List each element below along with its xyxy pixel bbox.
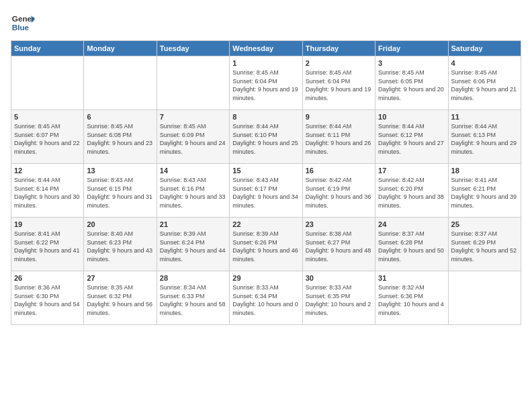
day-number: 5: [14, 113, 81, 121]
day-info: Sunrise: 8:38 AMSunset: 6:27 PMDaylight:…: [306, 230, 372, 263]
dow-header-thursday: Thursday: [302, 41, 375, 56]
calendar-cell: 11Sunrise: 8:44 AMSunset: 6:13 PMDayligh…: [448, 110, 521, 164]
day-number: 1: [232, 59, 299, 67]
day-info: Sunrise: 8:44 AMSunset: 6:14 PMDaylight:…: [14, 176, 81, 210]
day-info: Sunrise: 8:45 AMSunset: 6:04 PMDaylight:…: [306, 68, 372, 102]
dow-header-monday: Monday: [84, 41, 157, 56]
day-number: 8: [232, 113, 299, 121]
calendar-cell: 10Sunrise: 8:44 AMSunset: 6:12 PMDayligh…: [375, 110, 448, 164]
day-number: 30: [306, 274, 372, 282]
calendar-cell: 23Sunrise: 8:38 AMSunset: 6:27 PMDayligh…: [302, 218, 375, 271]
day-number: 13: [87, 167, 153, 175]
day-number: 18: [451, 167, 518, 175]
day-info: Sunrise: 8:44 AMSunset: 6:12 PMDaylight:…: [378, 122, 445, 156]
calendar-cell: 18Sunrise: 8:41 AMSunset: 6:21 PMDayligh…: [448, 164, 521, 218]
dow-header-friday: Friday: [375, 41, 448, 56]
day-number: 6: [87, 113, 153, 121]
day-number: 14: [160, 167, 226, 175]
calendar-cell: 17Sunrise: 8:42 AMSunset: 6:20 PMDayligh…: [375, 164, 448, 218]
day-info: Sunrise: 8:43 AMSunset: 6:17 PMDaylight:…: [232, 176, 299, 210]
calendar-cell: 14Sunrise: 8:43 AMSunset: 6:16 PMDayligh…: [157, 164, 229, 218]
calendar-cell: 4Sunrise: 8:45 AMSunset: 6:06 PMDaylight…: [448, 56, 521, 110]
day-info: Sunrise: 8:45 AMSunset: 6:05 PMDaylight:…: [378, 68, 445, 102]
day-number: 25: [451, 220, 518, 228]
calendar-cell: 3Sunrise: 8:45 AMSunset: 6:05 PMDaylight…: [375, 56, 448, 110]
day-number: 7: [160, 113, 226, 121]
day-number: 31: [378, 274, 445, 282]
calendar-cell: 21Sunrise: 8:39 AMSunset: 6:24 PMDayligh…: [157, 218, 229, 271]
calendar-cell: 9Sunrise: 8:44 AMSunset: 6:11 PMDaylight…: [302, 110, 375, 164]
dow-header-saturday: Saturday: [448, 41, 521, 56]
calendar-cell: 12Sunrise: 8:44 AMSunset: 6:14 PMDayligh…: [11, 164, 84, 218]
logo-icon: General Blue: [11, 11, 35, 35]
calendar-cell: 2Sunrise: 8:45 AMSunset: 6:04 PMDaylight…: [302, 56, 375, 110]
calendar-table: SundayMondayTuesdayWednesdayThursdayFrid…: [11, 40, 521, 325]
logo: General Blue: [11, 11, 35, 35]
day-info: Sunrise: 8:43 AMSunset: 6:16 PMDaylight:…: [160, 176, 226, 210]
day-number: 10: [378, 113, 445, 121]
day-info: Sunrise: 8:45 AMSunset: 6:06 PMDaylight:…: [451, 68, 518, 102]
day-number: 20: [87, 220, 153, 228]
dow-header-tuesday: Tuesday: [157, 41, 229, 56]
day-info: Sunrise: 8:44 AMSunset: 6:10 PMDaylight:…: [232, 122, 299, 156]
day-info: Sunrise: 8:41 AMSunset: 6:22 PMDaylight:…: [14, 230, 81, 263]
calendar-cell: [84, 56, 157, 110]
dow-header-wednesday: Wednesday: [230, 41, 302, 56]
day-info: Sunrise: 8:33 AMSunset: 6:35 PMDaylight:…: [306, 283, 372, 317]
day-number: 23: [306, 220, 372, 228]
calendar-cell: 31Sunrise: 8:32 AMSunset: 6:36 PMDayligh…: [375, 271, 448, 325]
day-number: 9: [306, 113, 372, 121]
day-number: 16: [306, 167, 372, 175]
day-number: 12: [14, 167, 81, 175]
calendar-cell: 26Sunrise: 8:36 AMSunset: 6:30 PMDayligh…: [11, 271, 84, 325]
day-info: Sunrise: 8:36 AMSunset: 6:30 PMDaylight:…: [14, 283, 81, 317]
day-number: 17: [378, 167, 445, 175]
day-info: Sunrise: 8:34 AMSunset: 6:33 PMDaylight:…: [160, 283, 226, 317]
calendar-cell: 25Sunrise: 8:37 AMSunset: 6:29 PMDayligh…: [448, 218, 521, 271]
day-info: Sunrise: 8:33 AMSunset: 6:34 PMDaylight:…: [232, 283, 299, 317]
day-number: 3: [378, 59, 445, 67]
day-info: Sunrise: 8:45 AMSunset: 6:04 PMDaylight:…: [232, 68, 299, 102]
day-number: 2: [306, 59, 372, 67]
calendar-cell: 1Sunrise: 8:45 AMSunset: 6:04 PMDaylight…: [230, 56, 302, 110]
day-number: 26: [14, 274, 81, 282]
day-info: Sunrise: 8:35 AMSunset: 6:32 PMDaylight:…: [87, 283, 153, 317]
dow-header-sunday: Sunday: [11, 41, 84, 56]
svg-text:Blue: Blue: [12, 23, 30, 32]
day-number: 28: [160, 274, 226, 282]
page-header: General Blue: [11, 11, 521, 35]
day-number: 24: [378, 220, 445, 228]
calendar-cell: 24Sunrise: 8:37 AMSunset: 6:28 PMDayligh…: [375, 218, 448, 271]
calendar-cell: [157, 56, 229, 110]
calendar-cell: 16Sunrise: 8:42 AMSunset: 6:19 PMDayligh…: [302, 164, 375, 218]
day-info: Sunrise: 8:44 AMSunset: 6:11 PMDaylight:…: [306, 122, 372, 156]
day-number: 19: [14, 220, 81, 228]
calendar-cell: 29Sunrise: 8:33 AMSunset: 6:34 PMDayligh…: [230, 271, 302, 325]
day-info: Sunrise: 8:41 AMSunset: 6:21 PMDaylight:…: [451, 176, 518, 210]
day-info: Sunrise: 8:37 AMSunset: 6:29 PMDaylight:…: [451, 230, 518, 263]
day-info: Sunrise: 8:45 AMSunset: 6:08 PMDaylight:…: [87, 122, 153, 156]
calendar-cell: 15Sunrise: 8:43 AMSunset: 6:17 PMDayligh…: [230, 164, 302, 218]
day-info: Sunrise: 8:40 AMSunset: 6:23 PMDaylight:…: [87, 230, 153, 263]
day-info: Sunrise: 8:37 AMSunset: 6:28 PMDaylight:…: [378, 230, 445, 263]
calendar-cell: 8Sunrise: 8:44 AMSunset: 6:10 PMDaylight…: [230, 110, 302, 164]
calendar-cell: 27Sunrise: 8:35 AMSunset: 6:32 PMDayligh…: [84, 271, 157, 325]
calendar-cell: 19Sunrise: 8:41 AMSunset: 6:22 PMDayligh…: [11, 218, 84, 271]
calendar-cell: [448, 271, 521, 325]
calendar-cell: [11, 56, 84, 110]
day-info: Sunrise: 8:39 AMSunset: 6:24 PMDaylight:…: [160, 230, 226, 263]
day-number: 21: [160, 220, 226, 228]
day-number: 29: [232, 274, 299, 282]
day-info: Sunrise: 8:39 AMSunset: 6:26 PMDaylight:…: [232, 230, 299, 263]
calendar-cell: 5Sunrise: 8:45 AMSunset: 6:07 PMDaylight…: [11, 110, 84, 164]
day-info: Sunrise: 8:45 AMSunset: 6:07 PMDaylight:…: [14, 122, 81, 156]
day-number: 27: [87, 274, 153, 282]
day-info: Sunrise: 8:45 AMSunset: 6:09 PMDaylight:…: [160, 122, 226, 156]
calendar-cell: 7Sunrise: 8:45 AMSunset: 6:09 PMDaylight…: [157, 110, 229, 164]
day-number: 4: [451, 59, 518, 67]
day-info: Sunrise: 8:42 AMSunset: 6:19 PMDaylight:…: [306, 176, 372, 210]
day-info: Sunrise: 8:42 AMSunset: 6:20 PMDaylight:…: [378, 176, 445, 210]
day-number: 11: [451, 113, 518, 121]
calendar-cell: 30Sunrise: 8:33 AMSunset: 6:35 PMDayligh…: [302, 271, 375, 325]
day-info: Sunrise: 8:32 AMSunset: 6:36 PMDaylight:…: [378, 283, 445, 317]
